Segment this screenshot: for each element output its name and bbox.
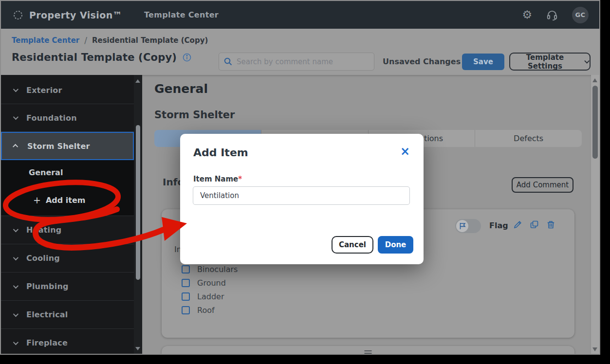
field-label-text: Item Name bbox=[193, 175, 238, 183]
save-button[interactable]: Save bbox=[462, 54, 504, 70]
topbar: Property Vision™ Template Center ⚙ GC bbox=[1, 1, 599, 29]
section-heading: General bbox=[154, 82, 208, 96]
close-icon[interactable]: × bbox=[400, 146, 410, 157]
scroll-up-icon[interactable] bbox=[592, 78, 597, 82]
sidebar-item-foundation[interactable]: Foundation bbox=[1, 104, 134, 132]
checkbox-label: Roof bbox=[197, 306, 215, 315]
scroll-down-icon[interactable] bbox=[135, 347, 140, 350]
cancel-button[interactable]: Cancel bbox=[332, 236, 373, 254]
chevron-down-icon bbox=[13, 87, 18, 92]
checkbox-row[interactable]: Ground bbox=[182, 278, 226, 288]
chevron-down-icon bbox=[13, 283, 18, 288]
checkbox-unchecked[interactable] bbox=[182, 279, 190, 287]
add-item-modal: Add Item × Item Name* Cancel Done bbox=[180, 134, 424, 264]
template-settings-button[interactable]: Template Settings bbox=[509, 53, 591, 71]
scroll-up-icon[interactable] bbox=[135, 79, 140, 83]
sidebar-item-electrical[interactable]: Electrical bbox=[1, 301, 134, 329]
sidebar-item-label: Heating bbox=[26, 225, 61, 235]
sidebar-item-heating[interactable]: Heating bbox=[1, 216, 134, 244]
sidebar-item-label: Cooling bbox=[26, 254, 60, 263]
breadcrumb: Template Center / Residential Template (… bbox=[12, 36, 208, 45]
checkbox-row[interactable]: Binoculars bbox=[182, 265, 238, 274]
sidebar-item-fireplace[interactable]: Fireplace bbox=[1, 329, 134, 355]
chevron-down-icon bbox=[13, 226, 18, 232]
search-input[interactable] bbox=[237, 57, 369, 66]
sidebar-item-plumbing[interactable]: Plumbing bbox=[1, 273, 134, 301]
done-button[interactable]: Done bbox=[378, 236, 413, 254]
app-logo-icon bbox=[13, 10, 23, 20]
sidebar-item-storm-shelter[interactable]: Storm Shelter bbox=[1, 132, 134, 160]
checkbox-unchecked[interactable] bbox=[182, 265, 190, 273]
info-icon[interactable] bbox=[183, 53, 191, 62]
template-settings-label: Template Settings bbox=[510, 53, 580, 71]
modal-title: Add Item bbox=[193, 146, 248, 159]
breadcrumb-separator: / bbox=[84, 36, 87, 45]
storm-shelter-subpanel: General + Add item bbox=[1, 160, 134, 216]
add-comment-button[interactable]: Add Comment bbox=[512, 177, 573, 193]
sidebar-item-exterior[interactable]: Exterior bbox=[1, 76, 134, 104]
chevron-down-icon bbox=[13, 311, 18, 316]
page-header: Template Center / Residential Template (… bbox=[1, 29, 599, 75]
item-name-input[interactable] bbox=[193, 186, 410, 205]
checkbox-row[interactable]: Ladder bbox=[182, 292, 224, 301]
sections-sidebar: Exterior Foundation Storm Shelter Genera… bbox=[1, 75, 134, 354]
chevron-down-icon bbox=[584, 60, 590, 64]
scrollbar-thumb[interactable] bbox=[592, 86, 598, 159]
checkbox-label: Ground bbox=[197, 278, 226, 288]
sidebar-subitem-general[interactable]: General bbox=[29, 168, 63, 177]
settings-gear-icon[interactable]: ⚙ bbox=[522, 9, 532, 20]
unsaved-changes-label: Unsaved Changes bbox=[383, 57, 461, 66]
checkbox-row[interactable]: Roof bbox=[182, 306, 215, 315]
sidebar-item-label: Exterior bbox=[26, 86, 62, 95]
sidebar-item-label: Plumbing bbox=[26, 282, 69, 291]
drag-handle-icon[interactable] bbox=[365, 350, 372, 355]
sidebar-scrollbar[interactable] bbox=[134, 75, 142, 354]
page-title: Residential Template (Copy) bbox=[12, 52, 177, 63]
checkbox-unchecked[interactable] bbox=[182, 306, 190, 314]
sidebar-item-label: Storm Shelter bbox=[27, 142, 90, 151]
flag-icon bbox=[459, 222, 466, 230]
tab-defects[interactable]: Defects bbox=[475, 130, 582, 147]
checkbox-label: Binoculars bbox=[197, 265, 238, 274]
chevron-down-icon bbox=[13, 255, 18, 260]
sidebar-item-label: Electrical bbox=[26, 310, 68, 319]
user-avatar[interactable]: GC bbox=[572, 7, 589, 23]
breadcrumb-link[interactable]: Template Center bbox=[12, 36, 79, 45]
support-headset-icon[interactable] bbox=[546, 9, 558, 21]
add-item-label: Add item bbox=[46, 196, 86, 205]
app-window: Property Vision™ Template Center ⚙ GC Te… bbox=[0, 0, 600, 355]
sidebar-item-label: Fireplace bbox=[26, 338, 68, 347]
plus-icon: + bbox=[33, 195, 41, 205]
delete-trash-icon[interactable] bbox=[546, 220, 556, 230]
item-name-label: Item Name* bbox=[193, 175, 242, 183]
scrollbar-thumb[interactable] bbox=[136, 125, 140, 280]
add-item-button[interactable]: + Add item bbox=[33, 195, 85, 205]
nav-template-center[interactable]: Template Center bbox=[144, 10, 219, 19]
scroll-down-icon[interactable] bbox=[592, 347, 597, 351]
edit-pencil-icon[interactable] bbox=[513, 220, 523, 230]
flag-label: Flag bbox=[489, 221, 508, 230]
chevron-down-icon bbox=[13, 114, 18, 120]
checkbox-label: Ladder bbox=[197, 292, 224, 301]
chevron-down-icon bbox=[13, 339, 18, 345]
main-scrollbar[interactable] bbox=[591, 75, 599, 354]
search-icon bbox=[224, 57, 232, 66]
toggle-knob bbox=[456, 220, 468, 232]
sidebar-item-cooling[interactable]: Cooling bbox=[1, 244, 134, 273]
chevron-up-icon bbox=[13, 144, 18, 149]
flag-toggle[interactable] bbox=[455, 219, 481, 233]
breadcrumb-current: Residential Template (Copy) bbox=[92, 36, 208, 45]
duplicate-icon[interactable] bbox=[530, 220, 539, 230]
sidebar-item-label: Foundation bbox=[26, 113, 77, 123]
brand-title: Property Vision™ bbox=[29, 10, 122, 20]
checkbox-unchecked[interactable] bbox=[182, 292, 190, 301]
subsection-heading: Storm Shelter bbox=[154, 109, 235, 121]
next-comment-card bbox=[162, 346, 574, 355]
required-asterisk: * bbox=[238, 175, 242, 183]
comment-search[interactable] bbox=[219, 53, 374, 71]
